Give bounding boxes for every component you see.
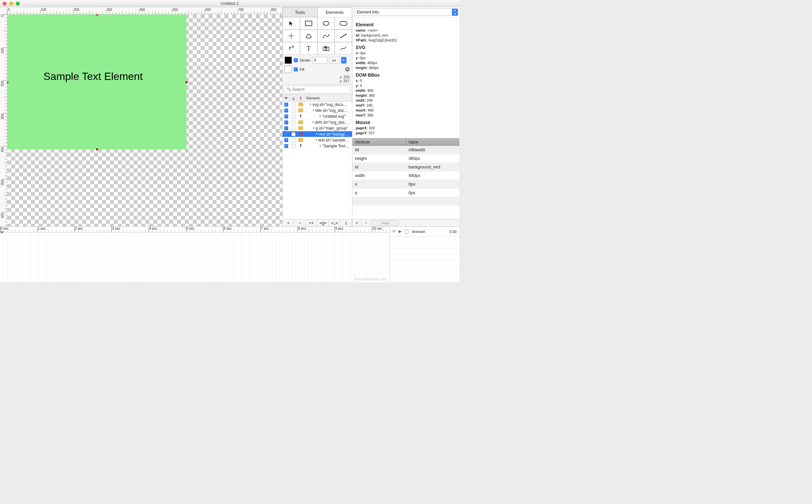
svg-marker-5 (306, 34, 311, 38)
ruler-vertical: 0100200300400500600 (0, 14, 7, 226)
attr-value: 0px (406, 180, 460, 188)
visibility-checkbox[interactable] (284, 144, 288, 148)
visibility-checkbox[interactable] (284, 114, 288, 118)
attr-remove-button[interactable]: − (362, 219, 371, 226)
tool-rounded-button[interactable] (335, 17, 352, 30)
attribute-row[interactable]: y0px (352, 189, 459, 197)
attribute-row[interactable]: width480px (352, 171, 459, 180)
svg-line-8 (341, 34, 346, 38)
canvas-viewport[interactable]: Sample Text Element (7, 14, 282, 226)
attribute-row[interactable]: idbackground_rect (352, 163, 459, 171)
timeline-row[interactable] (390, 242, 459, 248)
tool-curve-button[interactable] (335, 42, 352, 55)
bb-w-label: width: (356, 88, 366, 92)
tree-row[interactable]: ▼text id="sample… (283, 137, 352, 143)
timeline-row[interactable] (390, 254, 459, 260)
attr-name: height (352, 154, 406, 163)
tree-footer-button[interactable]: <…> (329, 219, 341, 226)
bb-w-value: 480 (367, 88, 373, 92)
attribute-row[interactable]: x0px (352, 180, 459, 189)
attr-add-button[interactable]: + (352, 219, 362, 226)
tree-item-label: "Untitled.svg" (322, 114, 345, 119)
tree-item-label: svg id="svg_docu… (312, 102, 347, 107)
tool-ellipse-button[interactable] (317, 17, 335, 30)
timeline-row[interactable] (390, 260, 459, 266)
timeline-ruler[interactable]: 0 sec.1 sec.2 sec.3 sec.4 sec.5 sec.6 se… (0, 227, 390, 233)
tool-polyline-button[interactable] (300, 30, 317, 42)
tool-crosshair-button[interactable] (283, 30, 300, 42)
visibility-checkbox[interactable] (284, 132, 288, 136)
info-mode-select[interactable]: Element Info (354, 9, 452, 16)
lock-checkbox[interactable] (292, 109, 295, 113)
chevron-down-icon[interactable]: ▼▲ (452, 9, 458, 16)
svg-point-10 (345, 34, 346, 35)
help-button[interactable]: Help (372, 220, 398, 226)
tree-row[interactable]: T▼"Untitled.svg" (283, 113, 352, 119)
timeline-body[interactable] (0, 233, 390, 282)
visibility-checkbox[interactable] (284, 138, 288, 142)
tool-camera-button[interactable] (317, 42, 335, 55)
tree-footer-button[interactable]: + (283, 219, 294, 226)
tree-row[interactable]: ▼svg id="svg_docu… (283, 102, 352, 108)
tree-row[interactable]: ▼g id="main_group" (283, 125, 352, 131)
tool-arrow-button[interactable] (283, 17, 300, 30)
timeline-playhead[interactable] (0, 231, 4, 234)
lock-checkbox[interactable] (292, 120, 295, 124)
tree-row[interactable]: ▼defs id="svg_doc… (283, 119, 352, 125)
lock-checkbox[interactable] (292, 103, 295, 107)
canvas-text-element[interactable]: Sample Text Element (43, 70, 143, 83)
animate-time: 0.00 (450, 230, 457, 234)
visibility-checkbox[interactable] (284, 120, 288, 124)
play-icon[interactable]: ▶ (399, 229, 401, 234)
visibility-checkbox[interactable] (284, 109, 288, 113)
lock-checkbox[interactable] (292, 114, 295, 118)
tab-elements[interactable]: Elements (317, 7, 352, 17)
visibility-checkbox[interactable] (284, 103, 288, 107)
timeline-row[interactable] (390, 266, 459, 272)
tool-rect-button[interactable] (300, 17, 317, 30)
tree-row[interactable]: T▼"Sample Text… (283, 143, 352, 149)
attribute-row[interactable]: fill#90ee90 (352, 146, 459, 154)
lock-checkbox[interactable] (292, 144, 295, 148)
timeline-panel: 0 sec.1 sec.2 sec.3 sec.4 sec.5 sec.6 se… (0, 226, 459, 282)
animate-checkbox[interactable] (405, 230, 409, 234)
midy-value: 180 (367, 103, 372, 107)
tree-footer-button[interactable]: i (341, 219, 352, 226)
eye-icon (284, 96, 288, 100)
lock-checkbox[interactable] (292, 126, 295, 130)
stroke-enabled-checkbox[interactable] (294, 58, 298, 62)
tool-path-button[interactable] (317, 30, 335, 42)
attr-name: width (352, 171, 406, 180)
tree-footer-button[interactable]: ++ (306, 219, 317, 226)
visibility-checkbox[interactable] (284, 126, 288, 130)
fill-color-swatch[interactable] (285, 66, 292, 73)
timeline-row[interactable] (390, 248, 459, 254)
tree-item-label: title id="svg_doc… (316, 108, 348, 113)
svg-point-7 (328, 35, 329, 36)
tool-line-button[interactable] (335, 30, 352, 42)
tree-footer-button[interactable]: <g> (317, 219, 329, 226)
fill-enabled-checkbox[interactable] (294, 67, 298, 71)
tab-tools[interactable]: Tools (283, 7, 317, 17)
gear-icon[interactable]: ⚙ (345, 66, 350, 73)
attribute-row[interactable]: height360px (352, 154, 459, 163)
bbox-heading: DOM BBox (356, 72, 456, 78)
timeline-row[interactable] (390, 237, 459, 242)
tree-item-label: g id="main_group" (316, 126, 348, 131)
lock-checkbox[interactable] (292, 132, 295, 136)
lock-checkbox[interactable] (292, 138, 295, 142)
tree-row[interactable]: ▼rect id="backgr… (283, 131, 352, 137)
svg-x-label: x: (356, 51, 359, 55)
selection-handle[interactable] (96, 148, 98, 150)
stroke-unit-arrow-icon[interactable]: ▾ (341, 57, 346, 63)
stroke-unit-select[interactable]: px (329, 57, 339, 63)
svg-x-value: 0px (360, 51, 366, 55)
stroke-width-input[interactable] (312, 57, 327, 63)
stroke-color-swatch[interactable] (285, 57, 292, 64)
search-input[interactable] (285, 86, 350, 93)
tree-footer-button[interactable]: − (294, 219, 306, 226)
tree-row[interactable]: ▼title id="svg_doc… (283, 108, 352, 113)
selection-handle[interactable] (186, 81, 188, 83)
tool-text-button[interactable]: T (300, 42, 317, 55)
tool-plug-button[interactable] (283, 42, 300, 55)
